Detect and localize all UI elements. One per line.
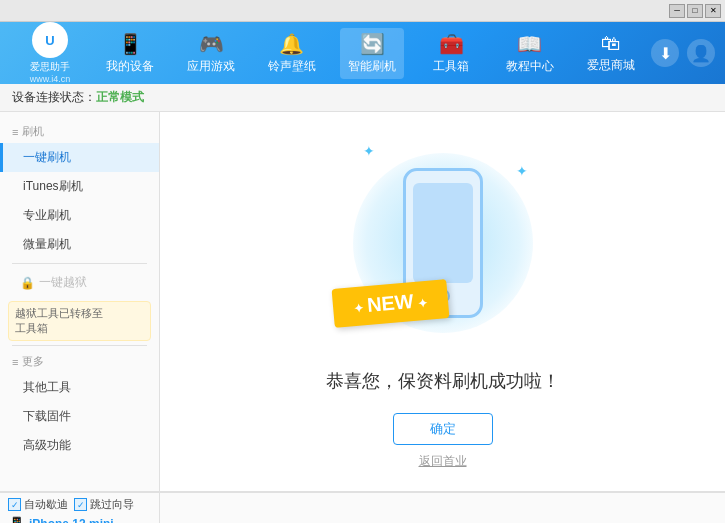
auto-close-label: 自动歇迪 [24, 497, 68, 512]
nav-right-btns: ⬇ 👤 [651, 39, 715, 67]
sidebar-item-advanced[interactable]: 高级功能 [0, 431, 159, 460]
device-name: 📱 iPhone 12 mini [8, 516, 151, 523]
nav-apps-games[interactable]: 🎮 应用游戏 [179, 28, 243, 79]
download-button[interactable]: ⬇ [651, 39, 679, 67]
nav-smart-flash[interactable]: 🔄 智能刷机 [340, 28, 404, 79]
nav-toolbox[interactable]: 🧰 工具箱 [421, 28, 481, 79]
sidebar-divider-2 [12, 345, 147, 346]
nav-device-label: 我的设备 [106, 58, 154, 75]
sidebar-item-one-click-flash[interactable]: 一键刷机 [0, 143, 159, 172]
nav-ringtones-icon: 🔔 [279, 32, 304, 56]
bottom-area: ✓ 自动歇迪 ✓ 跳过向导 📱 iPhone 12 mini 64GB Down… [0, 491, 725, 523]
sidebar-section-more: ≡ 更多 [0, 350, 159, 373]
main-area: ≡ 刷机 一键刷机 iTunes刷机 专业刷机 微量刷机 🔒 一键越狱 越狱工具… [0, 112, 725, 491]
nav-flash-icon: 🔄 [360, 32, 385, 56]
sidebar-item-other-tools[interactable]: 其他工具 [0, 373, 159, 402]
auto-close-checkbox[interactable]: ✓ 自动歇迪 [8, 497, 68, 512]
sidebar-jailbreak-warning: 越狱工具已转移至工具箱 [8, 301, 151, 341]
close-button[interactable]: ✕ [705, 4, 721, 18]
nav-my-device[interactable]: 📱 我的设备 [98, 28, 162, 79]
device-name-text: iPhone 12 mini [29, 517, 114, 523]
phone-screen [413, 183, 473, 283]
skip-wizard-checkbox[interactable]: ✓ 跳过向导 [74, 497, 134, 512]
confirm-button[interactable]: 确定 [393, 413, 493, 445]
account-button[interactable]: 👤 [687, 39, 715, 67]
nav-device-icon: 📱 [118, 32, 143, 56]
sidebar-jailbreak-label: 一键越狱 [39, 274, 87, 291]
skip-wizard-label: 跳过向导 [90, 497, 134, 512]
nav-toolbox-icon: 🧰 [439, 32, 464, 56]
sidebar-section-jailbreak: 🔒 一键越狱 [0, 268, 159, 297]
sidebar-item-pro-flash[interactable]: 专业刷机 [0, 201, 159, 230]
sidebar-section-more-label: 更多 [22, 354, 44, 369]
sidebar-section-flash-icon: ≡ [12, 126, 18, 138]
logo-url: www.i4.cn [30, 74, 71, 84]
nav-flash-label: 智能刷机 [348, 58, 396, 75]
nav-tutorials[interactable]: 📖 教程中心 [498, 28, 562, 79]
sidebar-section-flash-label: 刷机 [22, 124, 44, 139]
logo-icon: U [32, 22, 68, 58]
sidebar: ≡ 刷机 一键刷机 iTunes刷机 专业刷机 微量刷机 🔒 一键越狱 越狱工具… [0, 112, 160, 491]
logo[interactable]: U 爱思助手 www.i4.cn [10, 22, 90, 84]
nav-ringtones-label: 铃声壁纸 [268, 58, 316, 75]
nav-apps-label: 应用游戏 [187, 58, 235, 75]
device-checkboxes: ✓ 自动歇迪 ✓ 跳过向导 [8, 497, 151, 512]
logo-title: 爱思助手 [30, 60, 70, 74]
sparkle-1: ✦ [363, 143, 375, 159]
auto-close-check-icon: ✓ [8, 498, 21, 511]
sidebar-section-more-icon: ≡ [12, 356, 18, 368]
skip-wizard-check-icon: ✓ [74, 498, 87, 511]
nav-bar: 📱 我的设备 🎮 应用游戏 🔔 铃声壁纸 🔄 智能刷机 🧰 工具箱 📖 教程中心… [90, 28, 651, 79]
phone-illustration: ✦ ✦ ✦ NEW [343, 133, 543, 353]
nav-tutorials-label: 教程中心 [506, 58, 554, 75]
title-bar: ─ □ ✕ [0, 0, 725, 22]
lock-icon: 🔒 [20, 276, 35, 290]
success-message: 恭喜您，保资料刷机成功啦！ [326, 369, 560, 393]
bottom-right [160, 493, 725, 523]
device-panel: ✓ 自动歇迪 ✓ 跳过向导 📱 iPhone 12 mini 64GB Down… [0, 493, 160, 523]
nav-store[interactable]: 🛍 爱思商城 [579, 28, 643, 78]
nav-ringtones[interactable]: 🔔 铃声壁纸 [260, 28, 324, 79]
sidebar-item-itunes-flash[interactable]: iTunes刷机 [0, 172, 159, 201]
sidebar-item-micro-flash[interactable]: 微量刷机 [0, 230, 159, 259]
nav-tutorials-icon: 📖 [517, 32, 542, 56]
minimize-button[interactable]: ─ [669, 4, 685, 18]
sidebar-item-download-firmware[interactable]: 下载固件 [0, 402, 159, 431]
nav-store-label: 爱思商城 [587, 57, 635, 74]
sidebar-section-flash: ≡ 刷机 [0, 120, 159, 143]
back-link[interactable]: 返回首业 [419, 453, 467, 470]
sparkle-2: ✦ [516, 163, 528, 179]
status-bar: 设备连接状态： 正常模式 [0, 84, 725, 112]
nav-store-icon: 🛍 [601, 32, 621, 55]
status-value: 正常模式 [96, 89, 144, 106]
device-phone-icon: 📱 [8, 516, 25, 523]
nav-apps-icon: 🎮 [199, 32, 224, 56]
header: U 爱思助手 www.i4.cn 📱 我的设备 🎮 应用游戏 🔔 铃声壁纸 🔄 … [0, 22, 725, 84]
sidebar-divider-1 [12, 263, 147, 264]
status-prefix: 设备连接状态： [12, 89, 96, 106]
maximize-button[interactable]: □ [687, 4, 703, 18]
nav-toolbox-label: 工具箱 [433, 58, 469, 75]
main-content: ✦ ✦ ✦ NEW 恭喜您，保资料刷机成功啦！ 确定 返回首业 [160, 112, 725, 491]
